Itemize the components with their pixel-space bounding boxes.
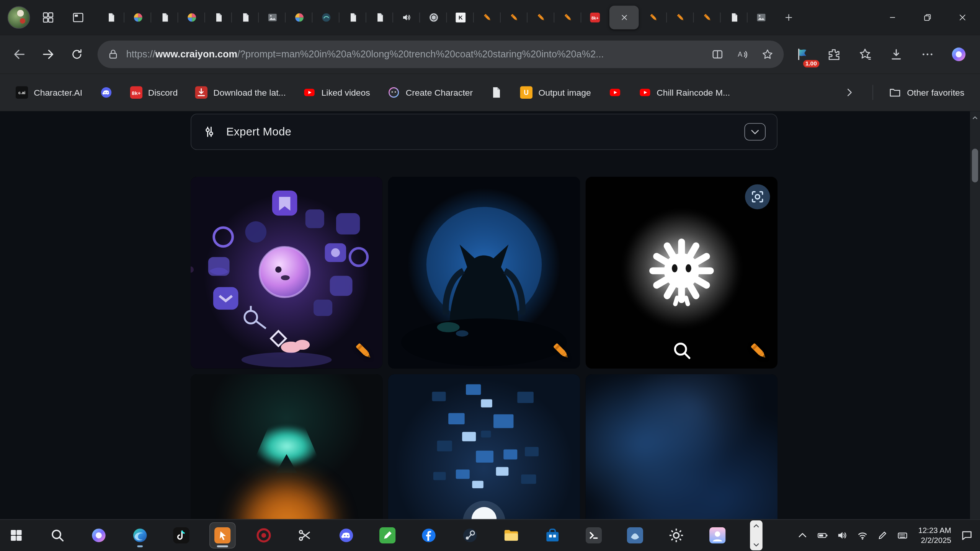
search-image-icon[interactable] bbox=[671, 340, 693, 361]
tab-actions-button[interactable] bbox=[66, 6, 90, 29]
refresh-button[interactable] bbox=[64, 42, 89, 67]
active-tab[interactable] bbox=[609, 6, 639, 29]
downloads-button[interactable] bbox=[884, 42, 909, 67]
browser-tab[interactable] bbox=[312, 6, 339, 29]
visual-search-button[interactable] bbox=[745, 184, 770, 209]
tray-scroll-widget[interactable] bbox=[750, 520, 763, 550]
edit-crayon-icon[interactable] bbox=[550, 340, 573, 362]
lock-icon[interactable] bbox=[108, 49, 119, 60]
browser-tab[interactable] bbox=[694, 6, 720, 29]
taskbar-avatar-app[interactable] bbox=[705, 523, 730, 548]
browser-tab[interactable] bbox=[474, 6, 501, 29]
browser-tab[interactable] bbox=[667, 6, 694, 29]
generated-image-1[interactable] bbox=[191, 177, 382, 368]
favorite-star-icon[interactable] bbox=[761, 48, 774, 61]
bookmark-item[interactable] bbox=[93, 82, 119, 103]
browser-tab[interactable] bbox=[393, 6, 420, 29]
tray-speaker[interactable] bbox=[833, 524, 852, 547]
taskbar-start[interactable] bbox=[4, 523, 29, 548]
copilot-button[interactable] bbox=[946, 42, 971, 67]
taskbar-search[interactable] bbox=[45, 523, 70, 548]
browser-tab[interactable] bbox=[151, 6, 178, 29]
taskbar-image-editor[interactable] bbox=[375, 523, 400, 548]
taskbar-settings[interactable] bbox=[664, 523, 689, 548]
browser-tab[interactable] bbox=[420, 6, 447, 29]
tray-wifi[interactable] bbox=[853, 524, 872, 547]
generated-image-2[interactable] bbox=[388, 177, 580, 368]
address-bar[interactable]: https://www.craiyon.com/?prompt=man%20in… bbox=[98, 41, 784, 68]
browser-tab[interactable] bbox=[501, 6, 528, 29]
browser-tab[interactable] bbox=[340, 6, 366, 29]
favorites-button[interactable] bbox=[853, 42, 877, 67]
browser-tab[interactable] bbox=[554, 6, 581, 29]
taskbar-paint-3d[interactable] bbox=[622, 523, 647, 548]
tray-pen[interactable] bbox=[873, 524, 892, 547]
taskbar-microsoft-store[interactable] bbox=[540, 523, 565, 548]
taskbar-recorder[interactable] bbox=[251, 523, 276, 548]
more-bookmarks-button[interactable] bbox=[837, 80, 862, 105]
browser-tab[interactable] bbox=[720, 6, 747, 29]
expert-mode-panel[interactable]: Expert Mode bbox=[191, 114, 777, 150]
expert-mode-expand-button[interactable] bbox=[744, 123, 766, 141]
bookmark-item[interactable]: Liked videos bbox=[296, 82, 377, 103]
tray-scroll-up-icon[interactable] bbox=[753, 522, 760, 530]
browser-tab[interactable]: K bbox=[447, 6, 474, 29]
taskbar-copilot[interactable] bbox=[86, 523, 111, 548]
browser-tab[interactable] bbox=[124, 6, 151, 29]
bookmark-item[interactable] bbox=[483, 82, 510, 103]
minimize-button[interactable] bbox=[875, 0, 910, 35]
taskbar-facebook[interactable] bbox=[416, 523, 441, 548]
notifications-button[interactable] bbox=[957, 524, 976, 547]
back-button[interactable] bbox=[7, 42, 32, 67]
taskbar-console[interactable] bbox=[581, 523, 606, 548]
edit-crayon-icon[interactable] bbox=[748, 340, 770, 362]
bookmark-item[interactable]: Chill Raincode M... bbox=[632, 82, 737, 103]
read-aloud-icon[interactable]: A bbox=[736, 48, 749, 61]
taskbar-clock[interactable]: 12:23 AM 2/2/2025 bbox=[918, 525, 951, 546]
bookmark-item[interactable]: 8k+Discord bbox=[123, 82, 185, 103]
browser-tab[interactable] bbox=[366, 6, 393, 29]
browser-tab[interactable] bbox=[528, 6, 554, 29]
browser-tab[interactable] bbox=[748, 6, 774, 29]
browser-tab[interactable] bbox=[640, 6, 667, 29]
forward-button[interactable] bbox=[36, 42, 60, 67]
browser-tab[interactable] bbox=[98, 6, 124, 29]
taskbar-tiktok[interactable] bbox=[169, 523, 194, 548]
bookmark-item[interactable]: UOutput image bbox=[513, 82, 598, 103]
tray-keyboard[interactable] bbox=[893, 524, 912, 547]
page-scrollbar[interactable] bbox=[970, 111, 980, 551]
scroll-up-arrow[interactable] bbox=[971, 114, 979, 122]
bookmark-item[interactable] bbox=[602, 82, 628, 103]
taskbar-active-app[interactable] bbox=[210, 523, 235, 548]
settings-menu-button[interactable] bbox=[915, 42, 940, 67]
taskbar-steam[interactable] bbox=[457, 523, 482, 548]
split-screen-icon[interactable] bbox=[711, 48, 724, 61]
edit-crayon-icon[interactable] bbox=[353, 340, 375, 362]
restore-button[interactable] bbox=[910, 0, 945, 35]
bookmark-item[interactable]: Create Character bbox=[381, 82, 480, 103]
tab-close-icon[interactable] bbox=[620, 13, 629, 22]
extensions-button[interactable] bbox=[821, 42, 846, 67]
close-window-button[interactable] bbox=[945, 0, 980, 35]
browser-tab[interactable] bbox=[178, 6, 205, 29]
new-tab-button[interactable] bbox=[778, 7, 800, 28]
other-favorites-button[interactable]: Other favorites bbox=[882, 82, 971, 103]
browser-essentials-button[interactable]: 1.00 bbox=[790, 42, 815, 67]
tray-scroll-down-icon[interactable] bbox=[753, 541, 760, 549]
bookmark-item[interactable]: Download the lat... bbox=[188, 82, 293, 103]
browser-tab[interactable] bbox=[259, 6, 286, 29]
profile-avatar[interactable] bbox=[8, 6, 30, 29]
browser-tab[interactable] bbox=[205, 6, 232, 29]
taskbar-snip-tool[interactable] bbox=[292, 523, 317, 548]
browser-tab[interactable] bbox=[286, 6, 312, 29]
workspaces-button[interactable] bbox=[36, 6, 60, 29]
bookmark-item[interactable]: c.aiCharacter.AI bbox=[9, 82, 89, 103]
taskbar-file-explorer[interactable] bbox=[499, 523, 524, 548]
browser-tab[interactable]: 8k+ bbox=[581, 6, 608, 29]
browser-tab[interactable] bbox=[232, 6, 259, 29]
taskbar-discord[interactable] bbox=[334, 523, 359, 548]
taskbar-edge[interactable] bbox=[127, 523, 152, 548]
url-text[interactable]: https://www.craiyon.com/?prompt=man%20in… bbox=[126, 49, 604, 60]
tray-chevup[interactable] bbox=[793, 524, 812, 547]
tray-battery[interactable] bbox=[813, 524, 832, 547]
